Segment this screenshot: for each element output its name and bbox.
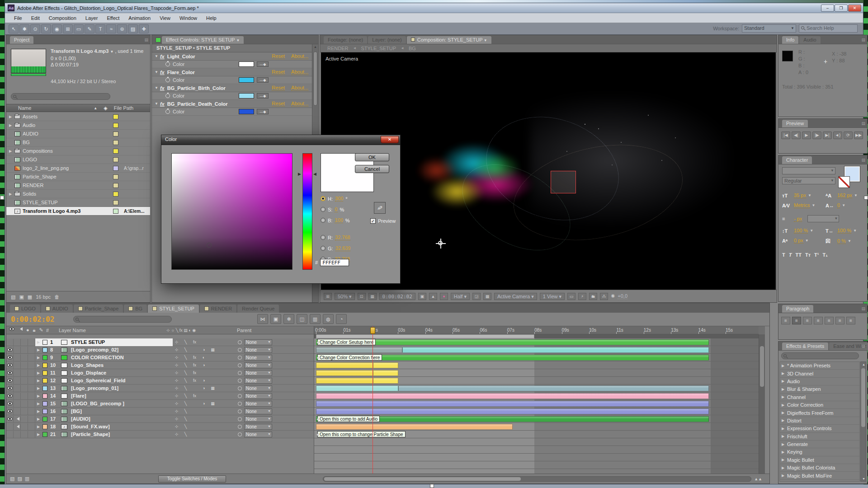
header-parent[interactable]: Parent <box>237 328 251 333</box>
label-color-chip[interactable] <box>113 192 118 197</box>
menu-view[interactable]: View <box>155 15 175 21</box>
play-icon[interactable]: ▶ <box>802 131 811 139</box>
effects-category[interactable]: ▶Audio <box>780 378 859 385</box>
effect-name[interactable]: Flare_Color <box>167 70 272 75</box>
layer-name-block[interactable]: ▶12Logo_Sphereical_Field <box>35 377 173 385</box>
menu-window[interactable]: Window <box>175 15 202 21</box>
label-color-chip[interactable] <box>113 209 118 214</box>
label-color-chip[interactable] <box>113 131 118 136</box>
timeline-search-input[interactable] <box>73 316 172 323</box>
quality-switch[interactable]: ╲ <box>182 340 189 344</box>
twirl-arrow-icon[interactable]: ▶ <box>35 402 42 406</box>
expand-arrow-icon[interactable]: ▶ <box>9 115 14 119</box>
radio-unselected[interactable] <box>321 246 326 251</box>
quality-switch[interactable]: ╲ <box>182 424 189 429</box>
video-toggle[interactable] <box>6 339 14 346</box>
parent-dropdown[interactable]: None▼ <box>244 347 272 353</box>
project-item[interactable]: LOGO <box>6 155 150 164</box>
expand-arrow-icon[interactable]: ▶ <box>782 450 787 454</box>
collapse-switch[interactable]: ⊹ <box>173 340 180 344</box>
quality-switch[interactable]: ╲ <box>182 378 189 383</box>
layer-duration-bar[interactable] <box>316 424 513 430</box>
video-toggle[interactable] <box>6 400 14 407</box>
twirl-arrow-icon[interactable]: ▶ <box>35 425 42 429</box>
hex-input[interactable]: FFFEFF <box>320 259 349 266</box>
timeline-tab-audio[interactable]: AUDIO <box>41 305 73 313</box>
layer-name[interactable]: [LOGO_BG_precomp ] <box>70 400 173 407</box>
radio-unselected[interactable] <box>321 218 326 223</box>
brush-tool-icon[interactable]: ≈ <box>106 24 116 33</box>
stopwatch-icon[interactable] <box>165 78 170 82</box>
work-area-bar[interactable] <box>316 334 534 338</box>
expand-arrow-icon[interactable]: ▶ <box>782 418 787 422</box>
all-caps-icon[interactable]: TT <box>795 252 801 258</box>
project-item[interactable]: RENDER <box>6 181 150 190</box>
parent-dropdown[interactable]: None▼ <box>244 339 272 345</box>
collapse-switch[interactable]: ⊹ <box>173 347 180 352</box>
leading-value[interactable]: 162 px <box>837 192 852 198</box>
label-color-chip[interactable] <box>113 114 118 119</box>
effect-about-link[interactable]: About... <box>291 101 308 107</box>
motion-blur-switch[interactable]: ◑ <box>200 386 208 390</box>
layer-track[interactable] <box>314 408 759 415</box>
pickwhip-icon[interactable] <box>238 386 242 390</box>
audio-toggle[interactable] <box>14 347 21 353</box>
expand-arrow-icon[interactable]: ▶ <box>782 434 787 438</box>
eraser-tool-icon[interactable]: ▨ <box>128 24 138 33</box>
flowchart-icon[interactable]: ⁂ <box>600 293 608 300</box>
expand-arrow-icon[interactable]: ▶ <box>782 395 787 399</box>
effect-name[interactable]: BG_Particle_Birth_Color <box>167 85 272 91</box>
project-item[interactable]: ▶Audio <box>6 121 150 130</box>
puppet-pin-tool-icon[interactable]: ✚ <box>139 24 149 33</box>
twirl-arrow-icon[interactable]: ▶ <box>35 386 42 390</box>
label-color-chip[interactable] <box>113 157 118 162</box>
3d-switch[interactable]: ▦ <box>209 401 217 406</box>
effects-category[interactable]: ▶3D Channel <box>780 370 859 377</box>
solo-toggle[interactable] <box>21 416 28 422</box>
layer-color-chip[interactable] <box>42 363 47 368</box>
twirl-arrow-icon[interactable]: ▶ <box>35 371 42 375</box>
label-color-chip[interactable] <box>113 140 118 145</box>
layer-color-chip[interactable] <box>42 394 47 399</box>
video-toggle[interactable] <box>6 431 14 438</box>
exposure-icon[interactable]: ✺ <box>611 293 615 299</box>
expand-arrow-icon[interactable]: ▶ <box>782 364 787 368</box>
twirl-arrow-icon[interactable]: ▶ <box>35 340 42 344</box>
baseline-shift-value[interactable]: 0 px <box>794 238 803 244</box>
project-item[interactable]: ▶Compositions <box>6 147 150 155</box>
video-toggle[interactable] <box>6 408 14 415</box>
hue-strip[interactable] <box>302 153 312 270</box>
quality-switch[interactable]: ╲ <box>182 409 189 413</box>
label-color-chip[interactable] <box>113 123 118 128</box>
expand-arrow-icon[interactable]: ▶ <box>782 387 787 391</box>
layer-name[interactable]: [BG] <box>70 408 173 414</box>
audio-toggle[interactable] <box>14 393 21 399</box>
project-item[interactable]: ▶Assets <box>6 113 150 121</box>
layer-name-block[interactable]: ▶11Logo_Displace <box>35 369 173 377</box>
menu-file[interactable]: File <box>9 15 27 21</box>
stroke-width-value[interactable]: - px <box>794 216 802 222</box>
type-tool-icon[interactable]: T <box>95 24 105 33</box>
label-color-chip[interactable] <box>113 174 118 179</box>
layer-row[interactable]: ▶10Logo_Shapes⊹╲fx◑None▼ <box>6 361 314 369</box>
pixel-aspect-icon[interactable]: ▭ <box>567 293 576 300</box>
twirl-arrow-icon[interactable]: ▼ <box>155 54 158 58</box>
solo-toggle[interactable] <box>21 347 28 353</box>
layer-color-chip[interactable] <box>42 371 47 375</box>
fx-switch[interactable]: fx <box>191 371 198 375</box>
twirl-arrow-icon[interactable]: ▶ <box>35 363 42 367</box>
breadcrumb-item[interactable]: STYLE_SETUP <box>361 46 396 51</box>
delete-icon[interactable]: 🗑︎ <box>54 294 59 300</box>
effect-about-link[interactable]: About... <box>291 53 308 59</box>
expand-arrow-icon[interactable]: ▶ <box>9 149 14 153</box>
layer-name[interactable]: STYLE SETUP <box>70 339 173 345</box>
project-item-name[interactable]: Particle_Shape <box>23 174 113 179</box>
effect-property-row[interactable]: Color—◆ <box>152 61 312 68</box>
align-button-4[interactable]: ≡ <box>825 317 834 324</box>
panel-menu-icon[interactable]: ▤ <box>861 158 865 162</box>
video-toggle[interactable] <box>6 416 14 422</box>
layer-color-chip[interactable] <box>42 386 47 391</box>
collapse-switch[interactable]: ⊹ <box>173 409 180 413</box>
expand-arrow-icon[interactable]: ▶ <box>782 371 787 375</box>
layer-row[interactable]: ▶11Logo_Displace⊹╲fxNone▼ <box>6 369 314 377</box>
